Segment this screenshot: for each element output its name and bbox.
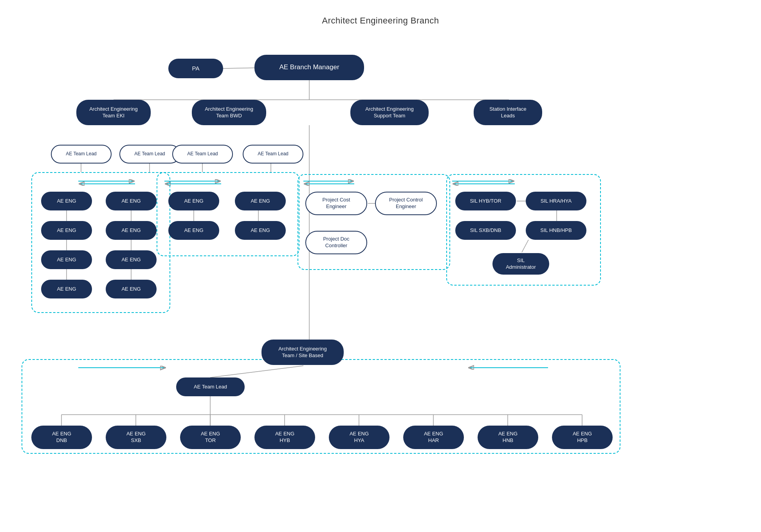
node-ae-support[interactable]: Architect Engineering Support Team	[350, 100, 429, 125]
node-eng-hnb[interactable]: AE ENG HNB	[478, 426, 538, 449]
page-title: Architect Engineering Branch	[0, 0, 761, 26]
node-ae-tl-eki-2[interactable]: AE Team Lead	[119, 145, 180, 164]
node-proj-cost[interactable]: Project Cost Engineer	[305, 192, 367, 215]
node-eng-sxb[interactable]: AE ENG SXB	[106, 426, 166, 449]
node-ae-tl-bwd-1[interactable]: AE Team Lead	[172, 145, 233, 164]
node-pa[interactable]: PA	[168, 59, 223, 78]
node-ae-site-based[interactable]: Architect Engineering Team / Site Based	[261, 340, 344, 365]
node-eng-eki-r1c2[interactable]: AE ENG	[106, 192, 157, 210]
page: Architect Engineering Branch	[0, 0, 761, 532]
node-eng-bwd-r2c1[interactable]: AE ENG	[168, 221, 219, 240]
node-eng-eki-r4c2[interactable]: AE ENG	[106, 280, 157, 298]
node-eng-eki-r4c1[interactable]: AE ENG	[41, 280, 92, 298]
node-ae-tl-eki-1[interactable]: AE Team Lead	[51, 145, 112, 164]
node-proj-control[interactable]: Project Control Engineer	[375, 192, 437, 215]
node-eng-har[interactable]: AE ENG HAR	[403, 426, 464, 449]
node-sil-admin[interactable]: SIL Administrator	[492, 253, 549, 275]
node-sil-hnb[interactable]: SIL HNB/HPB	[526, 221, 586, 240]
node-eng-hyb[interactable]: AE ENG HYB	[254, 426, 315, 449]
node-eng-hpb[interactable]: AE ENG HPB	[552, 426, 613, 449]
node-eng-tor[interactable]: AE ENG TOR	[180, 426, 241, 449]
dashed-box-support	[298, 174, 450, 270]
node-eng-eki-r3c1[interactable]: AE ENG	[41, 250, 92, 269]
node-ae-team-bwd[interactable]: Architect Engineering Team BWD	[192, 100, 266, 125]
dashed-box-bwd	[157, 172, 299, 256]
node-proj-doc[interactable]: Project Doc Controller	[305, 231, 367, 254]
node-station-interface[interactable]: Station Interface Leads	[474, 100, 542, 125]
node-eng-dnb[interactable]: AE ENG DNB	[31, 426, 92, 449]
node-eng-bwd-r2c2[interactable]: AE ENG	[235, 221, 286, 240]
node-ae-branch-manager[interactable]: AE Branch Manager	[254, 55, 364, 80]
node-eng-eki-r3c2[interactable]: AE ENG	[106, 250, 157, 269]
node-sil-hra[interactable]: SIL HRA/HYA	[526, 192, 586, 210]
node-eng-eki-r2c2[interactable]: AE ENG	[106, 221, 157, 240]
node-eng-eki-r1c1[interactable]: AE ENG	[41, 192, 92, 210]
node-sil-sxb[interactable]: SIL SXB/DNB	[455, 221, 516, 240]
node-ae-tl-bwd-2[interactable]: AE Team Lead	[243, 145, 303, 164]
node-eng-bwd-r1c2[interactable]: AE ENG	[235, 192, 286, 210]
node-ae-tl-site[interactable]: AE Team Lead	[176, 377, 245, 396]
node-eng-hya[interactable]: AE ENG HYA	[329, 426, 390, 449]
node-eng-bwd-r1c1[interactable]: AE ENG	[168, 192, 219, 210]
node-eng-eki-r2c1[interactable]: AE ENG	[41, 221, 92, 240]
node-ae-team-eki[interactable]: Architect Engineering Team EKI	[76, 100, 151, 125]
node-sil-hyb[interactable]: SIL HYB/TOR	[455, 192, 516, 210]
